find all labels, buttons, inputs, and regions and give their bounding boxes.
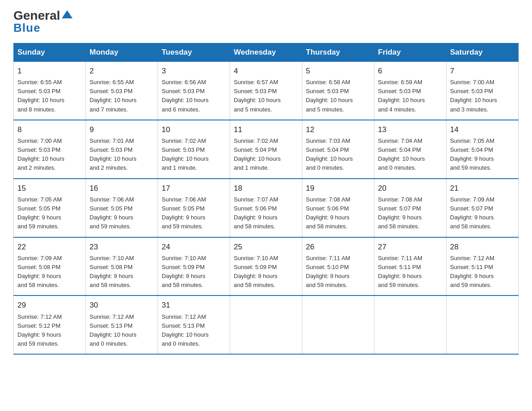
calendar-cell: 18Sunrise: 7:07 AM Sunset: 5:06 PM Dayli… — [230, 179, 302, 237]
day-number: 26 — [306, 241, 370, 253]
day-number: 30 — [90, 300, 154, 311]
logo-blue: Blue — [13, 21, 40, 35]
day-info: Sunrise: 7:11 AM Sunset: 5:10 PM Dayligh… — [306, 254, 370, 290]
day-number: 5 — [306, 65, 370, 77]
calendar-cell: 24Sunrise: 7:10 AM Sunset: 5:09 PM Dayli… — [158, 237, 230, 296]
header-monday: Monday — [86, 43, 158, 61]
day-number: 13 — [378, 124, 442, 136]
day-info: Sunrise: 6:58 AM Sunset: 5:03 PM Dayligh… — [306, 78, 370, 114]
calendar-cell: 29Sunrise: 7:12 AM Sunset: 5:12 PM Dayli… — [14, 295, 86, 354]
day-info: Sunrise: 7:12 AM Sunset: 5:13 PM Dayligh… — [162, 313, 226, 349]
day-number: 28 — [450, 241, 515, 253]
day-number: 10 — [162, 124, 226, 136]
calendar-cell: 17Sunrise: 7:06 AM Sunset: 5:05 PM Dayli… — [158, 179, 230, 237]
calendar-cell: 16Sunrise: 7:06 AM Sunset: 5:05 PM Dayli… — [86, 179, 158, 237]
logo-icon — [61, 9, 73, 21]
day-number: 19 — [306, 183, 370, 194]
day-info: Sunrise: 7:01 AM Sunset: 5:03 PM Dayligh… — [90, 137, 154, 173]
day-info: Sunrise: 7:02 AM Sunset: 5:04 PM Dayligh… — [234, 137, 298, 173]
calendar-cell: 28Sunrise: 7:12 AM Sunset: 5:11 PM Dayli… — [446, 237, 519, 296]
day-info: Sunrise: 7:10 AM Sunset: 5:09 PM Dayligh… — [234, 254, 298, 290]
day-number: 7 — [450, 65, 515, 77]
calendar-cell: 27Sunrise: 7:11 AM Sunset: 5:11 PM Dayli… — [374, 237, 446, 296]
day-info: Sunrise: 6:59 AM Sunset: 5:03 PM Dayligh… — [378, 78, 442, 114]
day-number: 4 — [234, 65, 298, 77]
day-number: 27 — [378, 241, 442, 253]
day-info: Sunrise: 7:06 AM Sunset: 5:05 PM Dayligh… — [162, 195, 226, 231]
day-info: Sunrise: 7:04 AM Sunset: 5:04 PM Dayligh… — [378, 137, 442, 173]
header-thursday: Thursday — [302, 43, 374, 61]
calendar-cell: 3Sunrise: 6:56 AM Sunset: 5:03 PM Daylig… — [158, 61, 230, 120]
day-info: Sunrise: 6:55 AM Sunset: 5:03 PM Dayligh… — [90, 78, 154, 114]
calendar-cell: 22Sunrise: 7:09 AM Sunset: 5:08 PM Dayli… — [14, 237, 86, 296]
day-info: Sunrise: 7:12 AM Sunset: 5:11 PM Dayligh… — [450, 254, 515, 290]
calendar-cell: 25Sunrise: 7:10 AM Sunset: 5:09 PM Dayli… — [230, 237, 302, 296]
svg-marker-0 — [62, 10, 73, 18]
calendar-cell: 14Sunrise: 7:05 AM Sunset: 5:04 PM Dayli… — [446, 120, 519, 179]
day-info: Sunrise: 7:05 AM Sunset: 5:04 PM Dayligh… — [450, 137, 515, 173]
calendar-week-row: 15Sunrise: 7:05 AM Sunset: 5:05 PM Dayli… — [14, 179, 519, 237]
day-info: Sunrise: 7:03 AM Sunset: 5:04 PM Dayligh… — [306, 137, 370, 173]
day-info: Sunrise: 7:10 AM Sunset: 5:08 PM Dayligh… — [90, 254, 154, 290]
day-number: 31 — [162, 300, 226, 311]
day-number: 17 — [162, 183, 226, 194]
day-number: 16 — [90, 183, 154, 194]
header-wednesday: Wednesday — [230, 43, 302, 61]
day-number: 24 — [162, 241, 226, 253]
calendar-cell — [374, 295, 446, 354]
day-info: Sunrise: 7:00 AM Sunset: 5:03 PM Dayligh… — [17, 137, 82, 173]
day-info: Sunrise: 6:57 AM Sunset: 5:03 PM Dayligh… — [234, 78, 298, 114]
day-number: 2 — [90, 65, 154, 77]
day-number: 21 — [450, 183, 515, 194]
day-number: 25 — [234, 241, 298, 253]
day-number: 23 — [90, 241, 154, 253]
day-number: 3 — [162, 65, 226, 77]
calendar-cell: 10Sunrise: 7:02 AM Sunset: 5:03 PM Dayli… — [158, 120, 230, 179]
day-info: Sunrise: 7:05 AM Sunset: 5:05 PM Dayligh… — [17, 195, 82, 231]
day-number: 18 — [234, 183, 298, 194]
day-info: Sunrise: 7:08 AM Sunset: 5:07 PM Dayligh… — [378, 195, 442, 231]
day-info: Sunrise: 7:12 AM Sunset: 5:12 PM Dayligh… — [17, 313, 82, 349]
day-number: 20 — [378, 183, 442, 194]
calendar-week-row: 29Sunrise: 7:12 AM Sunset: 5:12 PM Dayli… — [14, 295, 519, 354]
day-info: Sunrise: 7:06 AM Sunset: 5:05 PM Dayligh… — [90, 195, 154, 231]
calendar-cell: 7Sunrise: 7:00 AM Sunset: 5:03 PM Daylig… — [446, 61, 519, 120]
day-info: Sunrise: 7:11 AM Sunset: 5:11 PM Dayligh… — [378, 254, 442, 290]
calendar-cell: 26Sunrise: 7:11 AM Sunset: 5:10 PM Dayli… — [302, 237, 374, 296]
calendar-cell — [446, 295, 519, 354]
day-info: Sunrise: 7:02 AM Sunset: 5:03 PM Dayligh… — [162, 137, 226, 173]
day-info: Sunrise: 7:10 AM Sunset: 5:09 PM Dayligh… — [162, 254, 226, 290]
calendar-cell: 12Sunrise: 7:03 AM Sunset: 5:04 PM Dayli… — [302, 120, 374, 179]
day-number: 22 — [17, 241, 82, 253]
calendar-cell: 11Sunrise: 7:02 AM Sunset: 5:04 PM Dayli… — [230, 120, 302, 179]
calendar-cell — [302, 295, 374, 354]
day-info: Sunrise: 6:55 AM Sunset: 5:03 PM Dayligh… — [17, 78, 82, 114]
day-info: Sunrise: 7:09 AM Sunset: 5:07 PM Dayligh… — [450, 195, 515, 231]
calendar-cell: 23Sunrise: 7:10 AM Sunset: 5:08 PM Dayli… — [86, 237, 158, 296]
calendar-cell: 8Sunrise: 7:00 AM Sunset: 5:03 PM Daylig… — [14, 120, 86, 179]
calendar-cell: 9Sunrise: 7:01 AM Sunset: 5:03 PM Daylig… — [86, 120, 158, 179]
day-info: Sunrise: 7:08 AM Sunset: 5:06 PM Dayligh… — [306, 195, 370, 231]
day-number: 29 — [17, 300, 82, 311]
day-info: Sunrise: 7:09 AM Sunset: 5:08 PM Dayligh… — [17, 254, 82, 290]
header-sunday: Sunday — [14, 43, 86, 61]
header-friday: Friday — [374, 43, 446, 61]
day-info: Sunrise: 7:07 AM Sunset: 5:06 PM Dayligh… — [234, 195, 298, 231]
calendar-cell: 15Sunrise: 7:05 AM Sunset: 5:05 PM Dayli… — [14, 179, 86, 237]
calendar-cell: 6Sunrise: 6:59 AM Sunset: 5:03 PM Daylig… — [374, 61, 446, 120]
calendar-header-row: SundayMondayTuesdayWednesdayThursdayFrid… — [14, 43, 519, 61]
logo: General Blue — [13, 9, 73, 35]
day-number: 9 — [90, 124, 154, 136]
calendar-cell — [230, 295, 302, 354]
day-number: 14 — [450, 124, 515, 136]
day-info: Sunrise: 6:56 AM Sunset: 5:03 PM Dayligh… — [162, 78, 226, 114]
calendar-cell: 1Sunrise: 6:55 AM Sunset: 5:03 PM Daylig… — [14, 61, 86, 120]
calendar-cell: 2Sunrise: 6:55 AM Sunset: 5:03 PM Daylig… — [86, 61, 158, 120]
page-header: General Blue — [13, 9, 519, 35]
day-info: Sunrise: 7:12 AM Sunset: 5:13 PM Dayligh… — [90, 313, 154, 349]
day-number: 1 — [17, 65, 82, 77]
calendar-cell: 19Sunrise: 7:08 AM Sunset: 5:06 PM Dayli… — [302, 179, 374, 237]
calendar-table: SundayMondayTuesdayWednesdayThursdayFrid… — [13, 43, 519, 355]
day-number: 8 — [17, 124, 82, 136]
calendar-cell: 30Sunrise: 7:12 AM Sunset: 5:13 PM Dayli… — [86, 295, 158, 354]
